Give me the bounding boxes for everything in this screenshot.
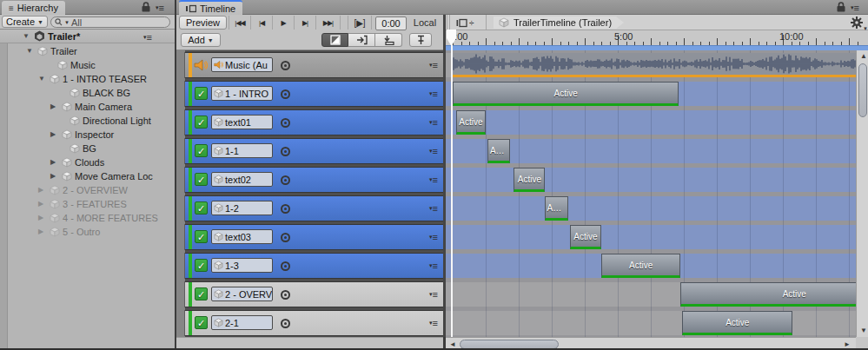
foldout-open-icon[interactable]: ▼ xyxy=(23,30,34,43)
search-filter-chevron-icon[interactable]: ▼ xyxy=(64,20,70,25)
foldout-closed-icon[interactable]: ▶ xyxy=(38,225,50,239)
track-enabled-checkbox[interactable]: ✓ xyxy=(195,87,208,100)
record-button[interactable] xyxy=(281,61,290,70)
scene-header-row[interactable]: ▼ Trailer* ▾≡ xyxy=(0,30,175,43)
track-binding-field[interactable]: 1-3 xyxy=(211,258,273,273)
hierarchy-item-3-features[interactable]: ▶3 - FEATURES xyxy=(8,197,175,211)
foldout-open-icon[interactable]: ▼ xyxy=(26,44,37,58)
panel-menu-icon[interactable]: ▾≡ xyxy=(156,3,164,13)
track-menu-icon[interactable]: ▾≡ xyxy=(429,146,438,156)
goto-end-button[interactable]: ▶▶| xyxy=(315,16,341,30)
activation-clip[interactable]: Active xyxy=(453,82,679,106)
scroll-up-icon[interactable]: ▲ xyxy=(860,53,867,60)
foldout-closed-icon[interactable]: ▶ xyxy=(38,197,50,211)
track-header-1-intro[interactable]: ✓1 - INTRO▾≡ xyxy=(185,82,443,106)
track-enabled-checkbox[interactable]: ✓ xyxy=(195,116,208,129)
ripple-mode-button[interactable] xyxy=(348,33,375,47)
track-menu-icon[interactable]: ▾≡ xyxy=(429,89,438,99)
track-header-text03[interactable]: ✓text03▾≡ xyxy=(185,225,443,249)
hierarchy-item-black-bg[interactable]: BLACK BG xyxy=(8,86,175,100)
record-button[interactable] xyxy=(281,147,290,156)
clips-area[interactable]: ActiveActiveActiveActiveActiveActiveActi… xyxy=(446,50,856,337)
play-button[interactable]: ▶ xyxy=(272,16,294,30)
track-header-text01[interactable]: ✓text01▾≡ xyxy=(185,110,443,135)
previous-frame-button[interactable]: |◀ xyxy=(250,16,272,30)
record-button[interactable] xyxy=(281,233,290,242)
track-binding-field[interactable]: 1 - INTRO xyxy=(211,86,273,101)
track-binding-field[interactable]: 2-1 xyxy=(211,315,273,330)
breadcrumb-item[interactable]: TrailerTimeline (Trailer) xyxy=(494,17,624,29)
hierarchy-item-1-intro-teaser[interactable]: ▼1 - INTRO TEASER xyxy=(8,72,175,86)
track-menu-icon[interactable]: ▾≡ xyxy=(429,318,438,328)
track-header-text02[interactable]: ✓text02▾≡ xyxy=(185,168,443,192)
foldout-closed-icon[interactable]: ▶ xyxy=(50,169,62,183)
activation-clip[interactable]: Active xyxy=(570,225,601,249)
record-button[interactable] xyxy=(281,290,290,300)
lock-icon[interactable] xyxy=(837,2,845,14)
foldout-closed-icon[interactable]: ▶ xyxy=(38,211,50,225)
tab-timeline[interactable]: Timeline xyxy=(179,0,242,15)
track-header-1-2[interactable]: ✓1-2▾≡ xyxy=(185,196,443,221)
record-button[interactable] xyxy=(281,118,290,128)
track-header-music-au[interactable]: Music (Au▾≡ xyxy=(185,53,443,77)
tab-hierarchy[interactable]: ≡ Hierarchy xyxy=(2,1,65,15)
track-binding-field[interactable]: 2 - OVERV xyxy=(211,287,273,301)
create-button[interactable]: Create▼ xyxy=(2,16,48,28)
track-binding-field[interactable]: text01 xyxy=(211,115,273,129)
current-time-field[interactable]: 0:00 xyxy=(375,17,407,30)
activation-clip[interactable]: Active xyxy=(680,282,856,307)
track-header-2-1[interactable]: ✓2-1▾≡ xyxy=(185,311,443,335)
record-button[interactable] xyxy=(281,319,290,328)
track-enabled-checkbox[interactable]: ✓ xyxy=(195,230,208,243)
track-menu-icon[interactable]: ▾≡ xyxy=(429,60,438,70)
track-menu-icon[interactable]: ▾≡ xyxy=(429,232,438,242)
mix-mode-button[interactable] xyxy=(321,33,348,47)
hierarchy-item-clouds[interactable]: ▶Clouds xyxy=(8,155,175,169)
foldout-closed-icon[interactable]: ▶ xyxy=(50,155,62,169)
hierarchy-item-2-overview[interactable]: ▶2 - OVERVIEW xyxy=(8,183,175,197)
activation-clip[interactable]: Active xyxy=(601,254,680,278)
track-binding-field[interactable]: 1-2 xyxy=(211,201,273,215)
goto-start-button[interactable]: |◀◀ xyxy=(229,16,250,30)
activation-clip[interactable]: Active xyxy=(456,110,486,135)
panel-menu-icon[interactable]: ▾≡ xyxy=(851,3,859,13)
track-binding-field[interactable]: Music (Au xyxy=(211,57,273,72)
hierarchy-item-trailer[interactable]: ▼Trailer xyxy=(8,44,175,58)
play-range-button[interactable]: [▶] xyxy=(348,16,372,30)
hierarchy-item-directional-light[interactable]: Directional Light xyxy=(8,114,175,128)
next-frame-button[interactable]: ▶| xyxy=(294,16,315,30)
track-header-1-1[interactable]: ✓1-1▾≡ xyxy=(185,139,443,163)
track-menu-icon[interactable]: ▾≡ xyxy=(429,261,438,271)
activation-clip[interactable]: Active xyxy=(487,139,511,163)
hierarchy-item-inspector[interactable]: ▶Inspector xyxy=(8,128,175,142)
scene-menu-icon[interactable]: ▾≡ xyxy=(143,32,152,43)
foldout-closed-icon[interactable]: ▶ xyxy=(50,100,62,114)
track-menu-icon[interactable]: ▾≡ xyxy=(429,289,438,300)
scroll-right-icon[interactable]: ► xyxy=(844,341,851,348)
activation-clip[interactable]: Active xyxy=(514,168,545,192)
track-binding-field[interactable]: text02 xyxy=(211,172,273,187)
track-enabled-checkbox[interactable]: ✓ xyxy=(195,144,208,157)
record-button[interactable] xyxy=(281,204,290,214)
track-enabled-checkbox[interactable]: ✓ xyxy=(195,201,208,215)
add-track-button[interactable]: Add▼ xyxy=(181,33,221,47)
hierarchy-item-move-camera-loc[interactable]: ▶Move Camera Loc xyxy=(8,169,175,183)
track-menu-icon[interactable]: ▾≡ xyxy=(429,203,438,214)
track-header-2-overv[interactable]: ✓2 - OVERV▾≡ xyxy=(185,282,443,307)
vertical-scrollbar[interactable]: ▲ ▼ xyxy=(856,50,868,337)
preview-button[interactable]: Preview xyxy=(179,16,227,30)
record-button[interactable] xyxy=(281,261,290,271)
record-button[interactable] xyxy=(281,175,290,185)
track-enabled-checkbox[interactable]: ✓ xyxy=(195,173,208,186)
foldout-open-icon[interactable]: ▼ xyxy=(38,72,50,86)
activation-clip[interactable]: Active xyxy=(545,196,568,221)
hierarchy-item-music[interactable]: Music xyxy=(8,58,175,72)
time-ruler[interactable]: 0:005:0010:00 xyxy=(446,30,868,45)
track-header-1-3[interactable]: ✓1-3▾≡ xyxy=(185,254,443,278)
track-binding-field[interactable]: text03 xyxy=(211,229,273,244)
hierarchy-item-bg[interactable]: BG xyxy=(8,142,175,155)
track-menu-icon[interactable]: ▾≡ xyxy=(429,117,438,128)
timeline-asset-selector[interactable]: ÷ xyxy=(456,17,482,29)
settings-gear-icon[interactable]: ▼ xyxy=(850,16,864,31)
vertical-scroll-thumb[interactable] xyxy=(858,63,867,117)
